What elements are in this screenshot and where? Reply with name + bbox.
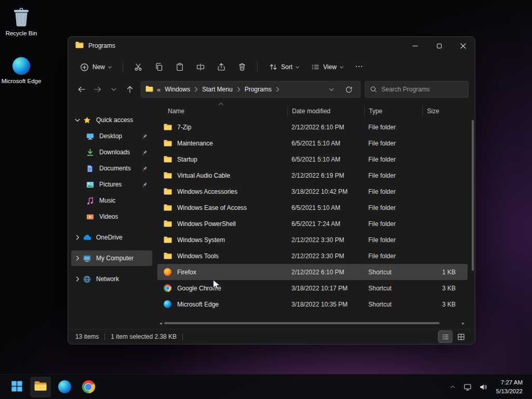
- rename-button[interactable]: [191, 58, 210, 76]
- vertical-scroll-thumb[interactable]: [472, 120, 474, 271]
- chevron-right-icon[interactable]: [73, 256, 82, 261]
- start-button[interactable]: [6, 377, 27, 397]
- recent-locations-button[interactable]: [105, 82, 122, 97]
- file-name: Maintenance: [177, 140, 213, 147]
- file-row-windows-tools[interactable]: Windows Tools2/12/2022 3:30 PMFile folde…: [157, 248, 468, 264]
- scroll-right-icon[interactable]: ▸: [462, 321, 464, 326]
- sidebar-item-desktop[interactable]: Desktop: [71, 128, 152, 144]
- chevron-right-icon[interactable]: [237, 87, 241, 92]
- show-hidden-icons-button[interactable]: [446, 377, 460, 397]
- sidebar-item-network[interactable]: Network: [71, 271, 152, 287]
- sidebar-item-videos[interactable]: Videos: [71, 209, 152, 224]
- share-button[interactable]: [212, 58, 231, 76]
- file-row-windows-powershell[interactable]: Windows PowerShell6/5/2021 7:24 AMFile f…: [157, 216, 468, 232]
- breadcrumb-bar[interactable]: « WindowsStart MenuPrograms: [141, 81, 361, 98]
- up-one-level-button[interactable]: [122, 82, 138, 97]
- file-type: File folder: [364, 156, 422, 163]
- refresh-button[interactable]: [342, 83, 355, 96]
- close-button[interactable]: [451, 37, 475, 55]
- taskbar-chrome-button[interactable]: [78, 377, 99, 397]
- breadcrumb-item-start-menu[interactable]: Start Menu: [198, 86, 237, 93]
- file-row-google-chrome[interactable]: Google Chrome3/18/2022 10:17 PMShortcut3…: [157, 280, 468, 296]
- sidebar-item-documents[interactable]: Documents: [71, 161, 152, 176]
- vertical-scrollbar[interactable]: [471, 103, 475, 329]
- address-dropdown-button[interactable]: [326, 83, 337, 96]
- desktop-icon-recycle-bin[interactable]: Recycle Bin: [1, 6, 42, 37]
- cut-button[interactable]: [129, 58, 148, 76]
- sidebar-item-pictures[interactable]: Pictures: [71, 177, 152, 192]
- view-button[interactable]: View: [305, 59, 349, 75]
- delete-button[interactable]: [233, 58, 251, 76]
- scroll-left-icon[interactable]: ◂: [159, 321, 162, 326]
- copy-button[interactable]: [150, 58, 168, 76]
- file-date-modified: 6/5/2021 7:24 AM: [287, 220, 364, 228]
- column-header-date-modified[interactable]: Date modified: [287, 106, 364, 116]
- more-options-button[interactable]: [350, 58, 368, 76]
- minimize-button[interactable]: [403, 37, 427, 55]
- file-row-windows-ease-of-access[interactable]: Windows Ease of Access6/5/2021 5:10 AMFi…: [157, 200, 468, 216]
- details-view-button[interactable]: [438, 331, 452, 342]
- sidebar-item-music[interactable]: Music: [71, 193, 152, 208]
- back-button[interactable]: [73, 82, 89, 97]
- command-bar: New Sort View: [68, 55, 475, 79]
- title-bar[interactable]: Programs: [68, 37, 475, 55]
- file-row-windows-accessories[interactable]: Windows Accessories3/18/2022 10:42 PMFil…: [157, 183, 468, 200]
- breadcrumb-item-programs[interactable]: Programs: [241, 86, 276, 93]
- paste-icon: [176, 63, 184, 71]
- file-row-virtual-audio-cable[interactable]: Virtual Audio Cable2/12/2022 6:19 PMFile…: [157, 167, 468, 183]
- folder-icon: [164, 204, 172, 212]
- pin-icon: [142, 166, 150, 171]
- file-date-modified: 2/12/2022 6:19 PM: [287, 172, 364, 179]
- horizontal-scrollbar[interactable]: ◂ ▸: [159, 320, 464, 327]
- sidebar-item-onedrive[interactable]: OneDrive: [71, 230, 152, 245]
- large-icons-view-button[interactable]: [454, 331, 468, 342]
- file-row-maintenance[interactable]: Maintenance6/5/2021 5:10 AMFile folder: [157, 135, 468, 151]
- network-icon[interactable]: [460, 377, 475, 397]
- desktop-icon-microsoft-edge[interactable]: Microsoft Edge: [1, 54, 42, 85]
- maximize-button[interactable]: [427, 37, 451, 55]
- desktop-icon-label: Recycle Bin: [6, 30, 37, 37]
- column-header-name[interactable]: Name: [157, 106, 287, 116]
- file-row-startup[interactable]: Startup6/5/2021 5:10 AMFile folder: [157, 151, 468, 167]
- chevron-right-icon[interactable]: [194, 87, 198, 92]
- sidebar-item-my-computer[interactable]: My Computer: [71, 250, 152, 266]
- horizontal-scroll-thumb[interactable]: [164, 322, 440, 324]
- file-name: Windows Accessories: [177, 188, 237, 195]
- column-header-type[interactable]: Type: [364, 106, 422, 116]
- file-row-microsoft-edge[interactable]: Microsoft Edge3/18/2022 10:35 PMShortcut…: [157, 296, 468, 312]
- file-date-modified: 2/12/2022 3:30 PM: [287, 252, 364, 260]
- taskbar-edge-button[interactable]: [54, 377, 75, 397]
- tray-date: 5/13/2022: [496, 387, 523, 395]
- column-header-size[interactable]: Size: [422, 106, 461, 116]
- clock[interactable]: 7:27 AM 5/13/2022: [491, 378, 526, 395]
- file-list-body: 7-Zip2/12/2022 6:10 PMFile folderMainten…: [157, 119, 468, 318]
- forward-button[interactable]: [89, 82, 105, 97]
- folder-icon: [164, 220, 172, 228]
- breadcrumb-item-windows[interactable]: Windows: [161, 86, 194, 93]
- paste-button[interactable]: [170, 58, 189, 76]
- file-row-windows-system[interactable]: Windows System2/12/2022 3:30 PMFile fold…: [157, 232, 468, 248]
- chevron-right-icon[interactable]: [73, 235, 82, 240]
- sidebar-item-quick-access[interactable]: Quick access: [71, 112, 152, 128]
- sidebar-item-downloads[interactable]: Downloads: [71, 144, 152, 160]
- search-input[interactable]: [381, 86, 463, 93]
- file-type: Shortcut: [364, 269, 422, 276]
- breadcrumb: WindowsStart MenuPrograms: [161, 86, 279, 93]
- items-count: 13 items: [75, 333, 99, 340]
- sort-button-label: Sort: [281, 63, 292, 71]
- volume-icon[interactable]: [475, 377, 491, 397]
- file-row-7-zip[interactable]: 7-Zip2/12/2022 6:10 PMFile folder: [157, 119, 468, 135]
- network-icon: [82, 275, 92, 283]
- taskbar-file-explorer-button[interactable]: [30, 377, 51, 397]
- chevron-right-icon[interactable]: [276, 87, 280, 92]
- file-row-firefox[interactable]: Firefox2/12/2022 6:10 PMShortcut1 KB: [157, 264, 468, 280]
- file-explorer-icon: [34, 380, 47, 393]
- sort-button[interactable]: Sort: [263, 59, 304, 75]
- breadcrumb-overflow[interactable]: «: [157, 86, 161, 94]
- file-name: Firefox: [177, 269, 196, 276]
- new-button[interactable]: New: [74, 59, 117, 76]
- share-icon: [217, 63, 225, 71]
- chevron-down-icon[interactable]: [73, 118, 82, 122]
- search-box[interactable]: [365, 81, 469, 98]
- chevron-right-icon[interactable]: [73, 276, 82, 282]
